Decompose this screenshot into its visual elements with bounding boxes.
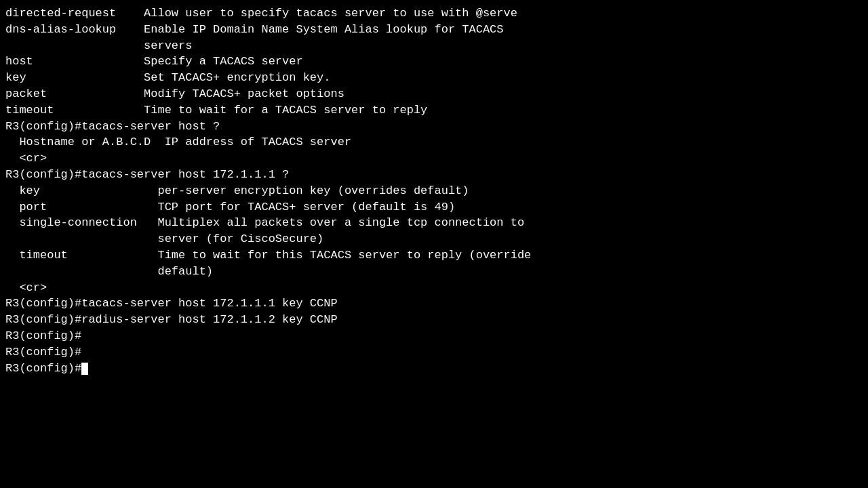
terminal-line-line23: R3(config)#tacacs-server host 172.1.1.1 … <box>5 296 863 312</box>
terminal-line-line15: port TCP port for TACACS+ server (defaul… <box>5 199 863 216</box>
terminal-line-line5: key Set TACACS+ encryption key. <box>5 70 863 86</box>
terminal-line-line13: R3(config)#tacacs-server host 172.1.1.1 … <box>5 167 863 183</box>
terminal-line-line19: default) <box>5 264 863 280</box>
terminal-window: directed-request Allow user to specify t… <box>0 0 868 488</box>
terminal-line-line24: R3(config)#radius-server host 172.1.1.2 … <box>5 312 863 328</box>
terminal-cursor <box>81 363 88 375</box>
terminal-line-line26: R3(config)# <box>5 344 863 361</box>
terminal-line-line4: host Specify a TACACS server <box>5 54 863 70</box>
terminal-line-line14: key per-server encryption key (overrides… <box>5 183 863 199</box>
terminal-line-line16: single-connection Multiplex all packets … <box>5 215 863 231</box>
terminal-line-line1: directed-request Allow user to specify t… <box>5 5 863 22</box>
terminal-line-line2: dns-alias-lookup Enable IP Domain Name S… <box>5 22 863 38</box>
terminal-line-line25: R3(config)# <box>5 328 863 344</box>
terminal-line-line9: R3(config)#tacacs-server host ? <box>5 119 863 135</box>
terminal-line-line21: <cr> <box>5 280 863 296</box>
terminal-line-line10: Hostname or A.B.C.D IP address of TACACS… <box>5 134 863 150</box>
terminal-line-line6: packet Modify TACACS+ packet options <box>5 86 863 102</box>
terminal-line-line17: server (for CiscoSecure) <box>5 231 863 247</box>
terminal-line-line3: servers <box>5 38 863 54</box>
terminal-line-line27: R3(config)# <box>5 361 863 377</box>
terminal-line-line7: timeout Time to wait for a TACACS server… <box>5 102 863 119</box>
terminal-line-line11: <cr> <box>5 150 863 167</box>
terminal-line-line18: timeout Time to wait for this TACACS ser… <box>5 247 863 264</box>
